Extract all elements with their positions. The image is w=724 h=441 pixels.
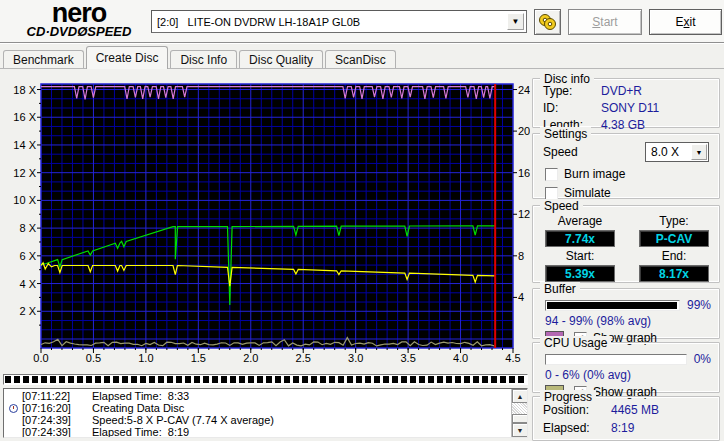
svg-text:4.5: 4.5 — [505, 352, 520, 364]
scroll-up-icon[interactable]: ▲ — [512, 389, 528, 403]
drive-select-dropdown[interactable]: [2:0] LITE-ON DVDRW LH-18A1P GL0B ▼ — [151, 10, 527, 33]
disc-info-title: Disc info — [540, 72, 594, 86]
svg-text:2 X: 2 X — [19, 305, 36, 317]
svg-text:3.5: 3.5 — [400, 352, 415, 364]
header-separator — [0, 42, 724, 44]
svg-text:8: 8 — [518, 250, 524, 262]
log-row[interactable]: [07:16:20]Creating Data Disc — [5, 402, 510, 414]
svg-text:18 X: 18 X — [13, 84, 36, 96]
average-speed-label: Average — [545, 214, 615, 228]
svg-text:0.5: 0.5 — [86, 352, 101, 364]
exit-button[interactable]: Exit — [649, 9, 722, 35]
disc-info-group: Disc info Type: DVD+R ID: SONY D11 Lengt… — [532, 78, 720, 128]
start-speed-value: 5.39x — [545, 265, 615, 282]
speed-group: Speed Average Type: 7.74x P-CAV Start: E… — [532, 205, 720, 283]
disc-id-value: SONY D11 — [601, 101, 659, 115]
burn-image-row: ✓ Burn image — [545, 167, 719, 181]
overall-progress-bar — [3, 374, 528, 385]
progress-title: Progress — [540, 390, 596, 404]
disc-id-row: ID: SONY D11 — [543, 101, 719, 115]
speed-select-dropdown[interactable]: 8.0 X ▼ — [645, 142, 709, 162]
svg-text:14 X: 14 X — [13, 139, 36, 151]
tab-create-disc[interactable]: Create Disc — [86, 46, 169, 69]
elapsed-value: 8:19 — [611, 421, 634, 435]
speed-setting-label: Speed — [543, 145, 578, 159]
status-log-listbox[interactable]: [07:11:22]Elapsed Time: 8:33[07:16:20]Cr… — [3, 388, 528, 438]
log-scrollbar[interactable]: ▲ ▼ — [511, 389, 527, 437]
start-button[interactable]: Start — [568, 9, 642, 35]
buffer-progress-fill — [547, 302, 677, 309]
cpu-bar-row: 0% — [545, 352, 711, 366]
buffer-range-text: 94 - 99% (98% avg) — [545, 314, 719, 328]
tab-disc-quality[interactable]: Disc Quality — [239, 50, 323, 69]
log-row[interactable]: [07:24:39]Elapsed Time: 8:19 — [5, 426, 510, 438]
svg-text:8 X: 8 X — [19, 222, 36, 234]
burn-image-checkbox[interactable]: ✓ — [545, 168, 558, 181]
speed-type-label: Type: — [639, 214, 709, 228]
nero-cd-dvd-speed-window: { "header": { "logo_line1": "nero", "log… — [0, 0, 724, 441]
scroll-down-icon[interactable]: ▼ — [512, 423, 528, 437]
simulate-row: ✓ Simulate — [545, 186, 719, 200]
simulate-checkbox[interactable]: ✓ — [545, 187, 558, 200]
cpu-percent: 0% — [694, 352, 711, 366]
svg-text:20: 20 — [518, 125, 530, 137]
log-rows: [07:11:22]Elapsed Time: 8:33[07:16:20]Cr… — [5, 390, 510, 436]
logo-nero-text: nero — [10, 1, 148, 25]
speed-type-value: P-CAV — [639, 230, 709, 247]
drive-select-value: [2:0] LITE-ON DVDRW LH-18A1P GL0B — [157, 16, 360, 28]
cpu-usage-group: CPU Usage 0% 0 - 6% (0% avg) ✓ Show grap… — [532, 342, 720, 393]
end-speed-value: 8.17x — [639, 265, 709, 282]
svg-text:12 X: 12 X — [13, 167, 36, 179]
create-disc-chart: 2 X4 X6 X8 X10 X12 X14 X16 X18 X48121620… — [0, 70, 530, 372]
buffer-percent: 99% — [687, 298, 711, 312]
end-speed-label: End: — [639, 249, 709, 263]
scrollbar-thumb[interactable] — [512, 414, 528, 423]
log-timestamp: [07:16:20] — [22, 402, 82, 414]
log-timestamp: [07:24:39] — [22, 426, 82, 438]
disc-type-label: Type: — [543, 84, 601, 98]
settings-group: Settings Speed 8.0 X ▼ ✓ Burn image ✓ Si… — [532, 133, 720, 199]
elapsed-row: Elapsed: 8:19 — [543, 421, 719, 435]
position-row: Position: 4465 MB — [543, 403, 719, 417]
tab-scandisc[interactable]: ScanDisc — [325, 50, 396, 69]
buffer-progressbar — [545, 300, 680, 311]
svg-text:4: 4 — [518, 291, 524, 303]
header: nero CD·DVDØSPEED [2:0] LITE-ON DVDRW LH… — [0, 0, 724, 42]
clock-icon — [9, 404, 18, 413]
buffer-title: Buffer — [540, 282, 580, 296]
buffer-group: Buffer 99% 94 - 99% (98% avg) ✓ Show gra… — [532, 288, 720, 339]
svg-text:16: 16 — [518, 167, 530, 179]
elapsed-label: Elapsed: — [543, 421, 611, 435]
position-label: Position: — [543, 403, 611, 417]
svg-text:12: 12 — [518, 208, 530, 220]
tab-benchmark[interactable]: Benchmark — [3, 50, 84, 69]
log-message: Creating Data Disc — [92, 402, 184, 414]
discs-icon — [538, 13, 557, 31]
speed-select-value: 8.0 X — [651, 145, 679, 159]
log-message: Elapsed Time: 8:19 — [92, 426, 189, 438]
disc-options-button[interactable] — [534, 9, 561, 35]
speed-setting-row: Speed 8.0 X ▼ — [543, 142, 709, 162]
buffer-bar-row: 99% — [545, 298, 711, 312]
log-row[interactable]: [07:11:22]Elapsed Time: 8:33 — [5, 390, 510, 402]
log-icon-slot — [5, 404, 22, 413]
log-row[interactable]: [07:24:39]Speed:5-8 X P-CAV (7.74 X aver… — [5, 414, 510, 426]
log-timestamp: [07:11:22] — [22, 390, 82, 402]
svg-text:24: 24 — [518, 84, 530, 96]
svg-text:2.5: 2.5 — [296, 352, 311, 364]
svg-text:10 X: 10 X — [13, 194, 36, 206]
cpu-title: CPU Usage — [540, 336, 611, 350]
chevron-down-icon[interactable]: ▼ — [691, 144, 707, 160]
burn-image-label: Burn image — [564, 167, 625, 181]
tab-disc-info[interactable]: Disc Info — [170, 50, 237, 69]
svg-text:16 X: 16 X — [13, 111, 36, 123]
simulate-label: Simulate — [564, 186, 611, 200]
tab-bar: BenchmarkCreate DiscDisc InfoDisc Qualit… — [3, 46, 398, 69]
svg-text:4.0: 4.0 — [453, 352, 468, 364]
speed-values-grid: Average Type: 7.74x P-CAV Start: End: 5.… — [533, 206, 719, 282]
chevron-down-icon[interactable]: ▼ — [507, 13, 524, 30]
disc-type-row: Type: DVD+R — [543, 84, 719, 98]
svg-text:1.5: 1.5 — [191, 352, 206, 364]
disc-type-value: DVD+R — [601, 84, 642, 98]
svg-text:6 X: 6 X — [19, 250, 36, 262]
